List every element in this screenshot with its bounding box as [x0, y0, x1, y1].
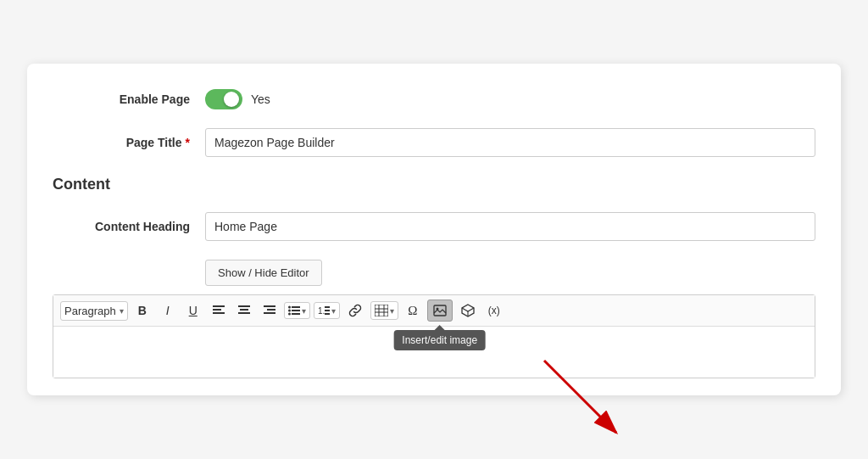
svg-rect-19: [375, 305, 388, 316]
svg-rect-14: [292, 313, 300, 315]
svg-rect-8: [264, 312, 275, 314]
variable-icon: (x): [488, 305, 500, 316]
enable-page-toggle[interactable]: [205, 89, 242, 109]
svg-text:1.: 1.: [318, 306, 325, 316]
show-hide-editor-button[interactable]: Show / Hide Editor: [205, 260, 322, 286]
bullet-list-icon: [288, 305, 300, 316]
svg-rect-3: [238, 305, 250, 307]
svg-rect-0: [213, 305, 225, 307]
bullet-chevron: ▾: [302, 306, 306, 316]
svg-rect-7: [267, 309, 275, 311]
omega-icon: Ω: [408, 304, 417, 318]
align-right-icon: [264, 305, 275, 316]
svg-rect-5: [238, 312, 250, 314]
widget-button[interactable]: [456, 299, 480, 322]
align-center-button[interactable]: [233, 299, 255, 322]
numbered-list-select[interactable]: 1. ▾: [314, 302, 340, 319]
svg-rect-16: [325, 306, 330, 308]
editor-area: Paragraph ▾ B I U: [53, 294, 815, 378]
svg-point-13: [288, 313, 291, 316]
content-section-header: Content: [53, 176, 815, 193]
link-button[interactable]: [343, 299, 367, 322]
form-card: Enable Page Yes Page Title* Content Cont…: [27, 64, 841, 395]
content-heading-input[interactable]: [205, 212, 815, 241]
link-icon: [348, 304, 362, 317]
svg-rect-1: [213, 309, 221, 311]
svg-rect-4: [240, 309, 248, 311]
svg-rect-6: [264, 305, 275, 307]
insert-image-button[interactable]: [427, 299, 453, 322]
underline-button[interactable]: U: [182, 299, 204, 322]
insert-image-tooltip: Insert/edit image: [393, 330, 486, 350]
svg-rect-12: [292, 310, 300, 311]
align-right-button[interactable]: [259, 299, 281, 322]
table-icon: [375, 305, 388, 316]
svg-point-11: [288, 310, 291, 312]
enable-page-row: Enable Page Yes: [53, 89, 815, 109]
numbered-chevron: ▾: [331, 306, 336, 316]
bold-button[interactable]: B: [131, 299, 153, 322]
enable-page-label: Enable Page: [53, 92, 205, 106]
italic-button[interactable]: I: [157, 299, 179, 322]
content-heading-label: Content Heading: [53, 220, 205, 233]
content-heading-row: Content Heading: [53, 212, 815, 241]
svg-rect-24: [434, 305, 446, 316]
page-title-label: Page Title*: [53, 136, 205, 149]
paragraph-chevron: ▾: [120, 306, 124, 316]
page-title-row: Page Title*: [53, 128, 815, 157]
table-select[interactable]: ▾: [370, 301, 398, 320]
paragraph-select[interactable]: Paragraph ▾: [60, 301, 128, 321]
toggle-yes-label: Yes: [251, 92, 270, 106]
svg-rect-17: [325, 310, 330, 311]
image-icon: [433, 305, 447, 316]
toggle-thumb: [224, 92, 239, 107]
align-center-icon: [238, 305, 250, 316]
image-button-wrap: Insert/edit image: [427, 299, 453, 322]
numbered-list-icon: 1.: [318, 305, 330, 316]
align-left-icon: [213, 305, 225, 316]
toggle-wrap: Yes: [205, 89, 270, 109]
cube-icon: [461, 304, 475, 317]
svg-rect-18: [325, 313, 330, 315]
align-left-button[interactable]: [208, 299, 230, 322]
toggle-track: [205, 89, 242, 109]
variable-button[interactable]: (x): [483, 299, 505, 322]
bullet-list-select[interactable]: ▾: [284, 302, 310, 319]
special-chars-button[interactable]: Ω: [402, 299, 424, 322]
svg-point-9: [288, 306, 291, 309]
table-chevron: ▾: [390, 306, 394, 316]
svg-rect-10: [292, 306, 300, 308]
svg-rect-2: [213, 312, 225, 314]
required-star: *: [186, 136, 190, 149]
paragraph-label: Paragraph: [64, 305, 116, 317]
editor-toolbar: Paragraph ▾ B I U: [53, 295, 815, 327]
page-title-input[interactable]: [205, 128, 815, 157]
